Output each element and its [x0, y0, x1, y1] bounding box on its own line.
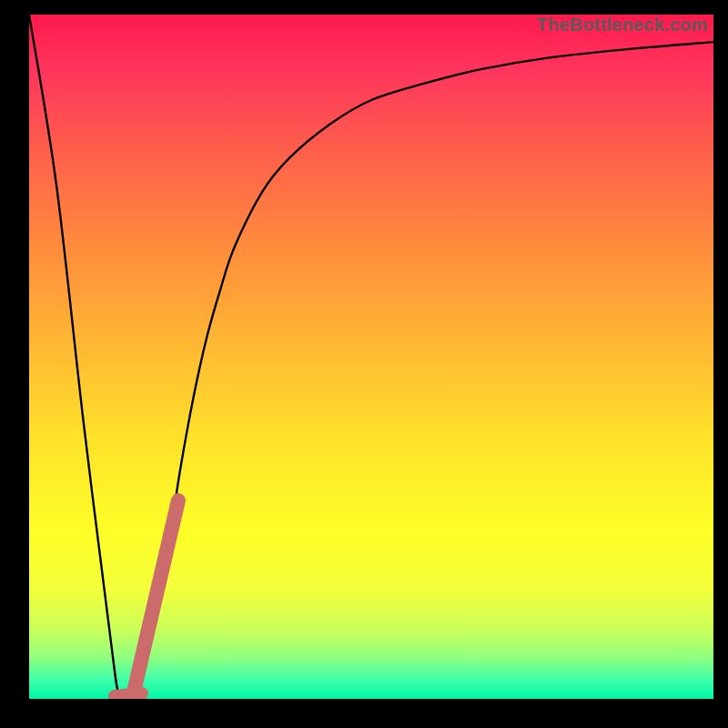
recommended-range-marker: [133, 500, 178, 695]
chart-plot-area: TheBottleneck.com: [29, 15, 713, 699]
trough-marker: [115, 693, 142, 696]
bottleneck-curve: [29, 15, 713, 699]
chart-svg: [29, 15, 713, 699]
watermark-text: TheBottleneck.com: [537, 15, 708, 35]
chart-frame: TheBottleneck.com: [0, 0, 728, 728]
